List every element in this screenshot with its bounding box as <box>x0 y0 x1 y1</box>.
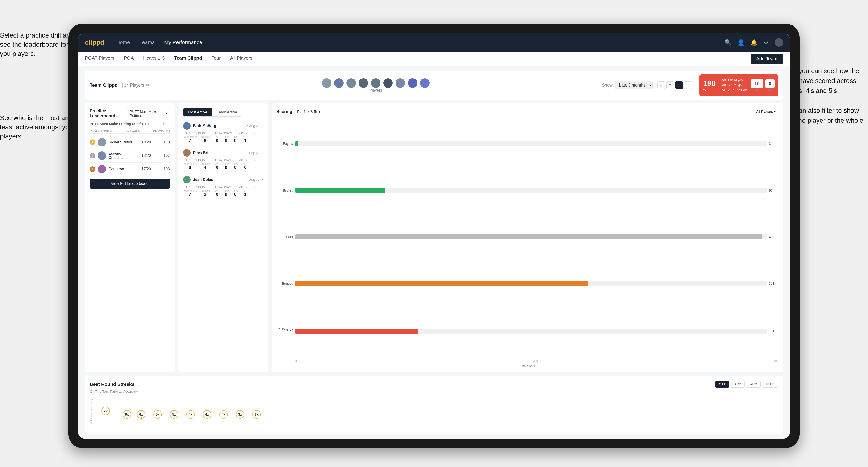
streak-filter-arg[interactable]: ARG <box>747 381 761 387</box>
activity-item-3: Josh Coles 26 Aug 2023 Total Rounds Tour… <box>183 173 263 200</box>
list-view-icon[interactable]: ≡ <box>666 81 674 89</box>
add-team-button[interactable]: Add Team <box>750 54 783 64</box>
streak-line-2 <box>127 417 127 420</box>
arg-stat-3: ARG 0 <box>232 189 238 197</box>
scoring-header: Scoring Par 3, 4 & 5s ▾ All Players ▾ <box>276 108 778 115</box>
chart-label-bogeys: Bogeys <box>276 282 293 285</box>
activity-name-3: Josh Coles <box>193 178 242 182</box>
player-avatar-2[interactable] <box>334 78 344 88</box>
show-label: Show <box>602 83 613 88</box>
rank-2: 2 <box>90 153 95 158</box>
practice-activities-group-2: Total Practice Activities OTT 0 APP 0 <box>215 158 254 170</box>
settings-icon[interactable]: ⚙ <box>764 39 769 46</box>
annotation-top-left: Select a practice drill and see the lead… <box>0 31 80 59</box>
activity-name-2: Rees Britt <box>193 151 242 155</box>
person-icon[interactable]: 👤 <box>738 39 745 46</box>
streak-filter-ott[interactable]: OTT <box>715 381 729 387</box>
putt-label-2: PUTT <box>242 162 249 165</box>
search-icon[interactable]: 🔍 <box>724 39 732 46</box>
ott-stat-1: OTT 0 <box>215 135 220 143</box>
practice-activities-row-3: OTT 0 APP 0 ARG 0 <box>215 189 254 197</box>
players-label: Players <box>369 88 382 92</box>
activity-avatar-3 <box>183 176 191 184</box>
streak-dot-9: 3x <box>236 410 244 418</box>
ott-label-3: OTT <box>215 189 220 192</box>
nav-home[interactable]: Home <box>116 39 130 45</box>
player-avatar-8[interactable] <box>407 78 418 88</box>
streaks-title: Best Round Streaks <box>90 382 134 387</box>
player-avatar-3[interactable] <box>346 78 356 88</box>
tab-hcaps[interactable]: Hcaps 1-5 <box>143 55 165 62</box>
view-full-leaderboard-button[interactable]: View Full Leaderboard <box>90 179 170 189</box>
chart-bar-eagles <box>295 141 298 146</box>
streak-filter-app[interactable]: APP <box>731 381 745 387</box>
ott-label-1: OTT <box>215 135 220 138</box>
avatar-3 <box>98 165 106 173</box>
shot-yds2: 0 yds <box>766 79 775 92</box>
practice-value-1: 6 <box>200 138 210 143</box>
player-avg-2: 107 <box>156 154 170 158</box>
tab-team-clippd[interactable]: Team Clippd <box>174 55 202 62</box>
practice-stat-3: Practice 2 <box>200 189 210 197</box>
view-icons: ⊞ ≡ ▦ ↕ <box>657 81 692 89</box>
nav-teams[interactable]: Teams <box>140 39 155 45</box>
total-rounds-row-3: Tournament 7 Practice 2 <box>183 189 210 197</box>
tab-pga[interactable]: PGA <box>124 55 134 62</box>
scoring-filter-par[interactable]: Par 3, 4 & 5s ▾ <box>294 108 323 115</box>
tab-all-players[interactable]: All Players <box>230 55 252 62</box>
chart-bar-eagles-container <box>295 141 767 146</box>
practice-activities-label-3: Total Practice Activities <box>215 185 254 189</box>
scoring-title: Scoring <box>276 109 292 114</box>
bell-icon[interactable]: 🔔 <box>750 39 757 46</box>
main-content: Team Clippd | 14 Players ✏ <box>78 66 790 439</box>
player-name-1: Richard Butler <box>108 140 137 144</box>
edit-icon[interactable]: ✏ <box>146 83 150 88</box>
player-avatar-4[interactable] <box>358 78 369 88</box>
putt-stat-2: PUTT 0 <box>242 162 249 170</box>
player-avatar-9[interactable] <box>420 78 430 88</box>
practice-label-3: Practice <box>200 189 210 192</box>
activity-player-3: Josh Coles 26 Aug 2023 <box>183 176 263 184</box>
player-avatar-6[interactable] <box>383 78 393 88</box>
arg-value-3: 0 <box>232 192 238 197</box>
tab-pgat[interactable]: PGAT Players <box>85 55 115 62</box>
player-avatar-5[interactable] <box>371 78 381 88</box>
streak-dot-5: 5x <box>170 410 178 418</box>
tournament-label-3: Tournament <box>183 189 197 192</box>
streak-filter-putt[interactable]: PUTT <box>763 381 778 387</box>
player-avatar-7[interactable] <box>395 78 405 88</box>
shot-yds1: 16 yds <box>751 79 763 92</box>
ott-value-1: 0 <box>215 138 220 143</box>
nav-my-performance[interactable]: My Performance <box>164 39 202 45</box>
show-control: Show Last 3 months ⊞ ≡ ▦ ↕ <box>602 81 692 89</box>
app-value-2: 0 <box>224 165 229 170</box>
scoring-filter-players[interactable]: All Players ▾ <box>753 108 778 115</box>
arg-label-3: ARG <box>232 189 238 192</box>
chart-row-bogeys: Bogeys 311 <box>276 281 778 286</box>
activity-stats-1: Total Rounds Tournament 7 Practice 6 <box>183 132 263 143</box>
navbar: clippd Home Teams My Performance 🔍 👤 🔔 ⚙ <box>78 33 790 52</box>
practice-activities-label-2: Total Practice Activities <box>215 158 254 162</box>
lb-header: PLAYER NAME PB SCORE PB AVG SQ <box>90 128 170 134</box>
chart-bar-pars <box>295 234 762 239</box>
tournament-value-2: 8 <box>183 165 197 170</box>
show-select[interactable]: Last 3 months <box>615 81 653 89</box>
scoring-chart: Eagles 3 Birdies 96 <box>276 118 778 358</box>
player-avatar-1[interactable] <box>321 78 332 88</box>
sort-icon[interactable]: ↕ <box>684 81 692 89</box>
card-view-icon[interactable]: ▦ <box>675 81 683 89</box>
grid-view-icon[interactable]: ⊞ <box>657 81 665 89</box>
most-active-toggle[interactable]: Most Active <box>183 108 212 116</box>
lb-row-2: 2 Edward Crossman 18/20 107 <box>90 149 170 162</box>
streak-dot-6: 4x <box>186 410 195 418</box>
tab-tour[interactable]: Tour <box>212 55 221 62</box>
lb-col-score: PB SCORE <box>124 129 140 132</box>
chart-value-pars: 499 <box>769 235 778 239</box>
activity-stats-3: Total Rounds Tournament 7 Practice 2 <box>183 185 263 197</box>
putt-stat-1: PUTT 1 <box>242 135 249 143</box>
practice-dropdown[interactable]: PUTT Must Make Putting... ▾ <box>127 108 170 119</box>
activity-stats-2: Total Rounds Tournament 8 Practice 4 <box>183 158 263 170</box>
user-avatar[interactable] <box>775 38 783 47</box>
streak-dot-4: 5x <box>153 410 162 418</box>
least-active-toggle[interactable]: Least Active <box>212 108 242 116</box>
